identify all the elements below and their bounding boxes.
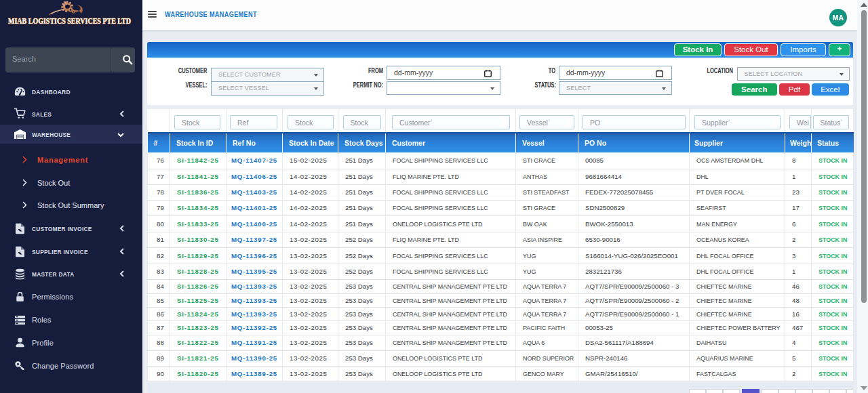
svg-text:MIAB LOGISTICS SERVICES PTE LT: MIAB LOGISTICS SERVICES PTE LTD [8, 16, 131, 26]
